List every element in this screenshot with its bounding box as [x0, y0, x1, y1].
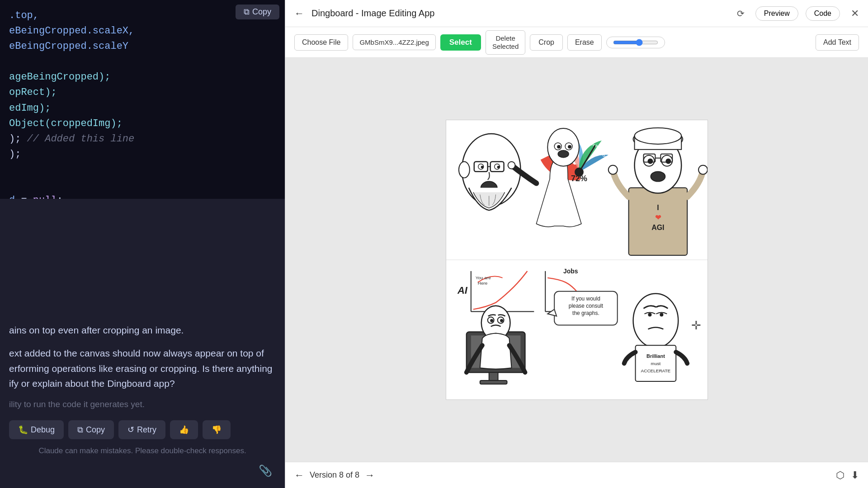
code-line: ageBeingCropped); — [9, 70, 276, 85]
svg-text:AI: AI — [457, 285, 467, 296]
code-line — [9, 162, 276, 178]
crop-button[interactable]: Crop — [530, 34, 563, 51]
bottom-right-actions: ⬡ ⬇ — [836, 469, 859, 481]
svg-point-69 — [648, 313, 651, 317]
svg-point-68 — [633, 294, 678, 348]
svg-text:must: must — [651, 361, 660, 366]
svg-text:AGI: AGI — [651, 224, 664, 231]
size-slider[interactable] — [613, 39, 658, 46]
svg-point-19 — [547, 128, 579, 166]
svg-text:✛: ✛ — [691, 319, 701, 332]
svg-text:ACCELERATE: ACCELERATE — [641, 368, 670, 373]
retry-icon: ↺ — [127, 425, 134, 435]
thumbs-down-button[interactable]: 👎 — [203, 420, 231, 439]
slider-container — [606, 37, 665, 48]
image-frame: IT'S OVER WE'RE BACK ANY DAY NOW SOON 72… — [446, 120, 708, 400]
add-text-button[interactable]: Add Text — [816, 34, 859, 51]
app-title: Dingboard - Image Editing App — [311, 8, 730, 19]
close-button[interactable]: ✕ — [851, 8, 859, 19]
refresh-button[interactable]: ⟳ — [737, 8, 745, 19]
svg-point-62 — [500, 319, 503, 322]
debug-icon: 🐛 — [18, 425, 28, 435]
svg-point-10 — [497, 166, 500, 169]
code-line — [9, 54, 276, 70]
copy-action-icon: ⧉ — [77, 425, 83, 435]
svg-text:Jobs: Jobs — [563, 267, 578, 275]
svg-point-33 — [634, 128, 681, 144]
select-button[interactable]: Select — [440, 34, 481, 51]
copy-icon: ⧉ — [244, 7, 250, 17]
svg-point-42 — [608, 165, 617, 174]
right-panel: ← Dingboard - Image Editing App ⟳ Previe… — [285, 0, 868, 488]
code-line: eBeingCropped.scaleY — [9, 39, 276, 54]
svg-text:Brilliant: Brilliant — [646, 353, 665, 359]
debug-button[interactable]: 🐛 Debug — [9, 420, 64, 439]
chat-actions: 🐛 Debug ⧉ Copy ↺ Retry 👍 👎 — [9, 420, 276, 439]
chat-area: Dingboard - Image Editing App ains on to… — [0, 199, 285, 488]
svg-point-37 — [665, 159, 671, 164]
disclaimer-text: Claude can make mistakes. Please double-… — [9, 446, 276, 455]
svg-point-60 — [490, 319, 493, 322]
svg-text:72%: 72% — [571, 174, 587, 183]
svg-text:the graphs.: the graphs. — [572, 310, 599, 316]
back-button[interactable]: ← — [294, 8, 304, 19]
input-row: 📎 — [9, 461, 276, 481]
svg-text:❤: ❤ — [655, 214, 661, 221]
version-nav: ← Version 8 of 8 → — [294, 469, 375, 481]
svg-rect-57 — [480, 380, 507, 384]
code-line: ); // Added this line — [9, 131, 276, 147]
code-line: edImg); — [9, 101, 276, 116]
left-panel: ⧉ Copy .top, eBeingCropped.scaleX, eBein… — [0, 0, 285, 488]
code-line: ); — [9, 147, 276, 162]
attach-button[interactable]: 📎 — [255, 461, 276, 481]
svg-text:If you would: If you would — [571, 296, 600, 302]
code-tab-button[interactable]: Code — [806, 6, 840, 21]
svg-point-8 — [481, 166, 483, 169]
svg-point-38 — [651, 172, 665, 182]
svg-point-43 — [698, 165, 708, 174]
svg-point-21 — [557, 145, 561, 149]
code-line: opRect); — [9, 85, 276, 100]
delete-selected-button[interactable]: DeleteSelected — [486, 30, 525, 55]
copy-top-button[interactable]: ⧉ Copy — [236, 5, 279, 19]
svg-point-24 — [558, 150, 569, 158]
version-text: Version 8 of 8 — [310, 470, 359, 480]
next-version-button[interactable]: → — [365, 469, 375, 481]
svg-text:please consult: please consult — [568, 303, 603, 309]
code-line: d = null; — [9, 193, 276, 199]
prev-version-button[interactable]: ← — [294, 469, 304, 481]
app-titlebar: ← Dingboard - Image Editing App ⟳ Previe… — [285, 0, 868, 27]
thumbs-up-button[interactable]: 👍 — [170, 420, 198, 439]
meme-image: IT'S OVER WE'RE BACK ANY DAY NOW SOON 72… — [446, 120, 708, 399]
svg-text:You are: You are — [475, 275, 491, 280]
code-line: eBeingCropped.scaleX, — [9, 23, 276, 39]
thumbs-up-icon: 👍 — [179, 425, 189, 435]
preview-tab-button[interactable]: Preview — [755, 6, 798, 21]
code-line: Object(croppedImg); — [9, 116, 276, 131]
download-button[interactable]: ⬇ — [851, 469, 859, 481]
code-line — [9, 178, 276, 193]
retry-button[interactable]: ↺ Retry — [118, 420, 165, 439]
svg-text:Here: Here — [477, 281, 487, 286]
chat-message-text: ext added to the canvas should now alway… — [9, 346, 276, 391]
choose-file-button[interactable]: Choose File — [294, 34, 348, 51]
svg-point-3 — [458, 162, 469, 178]
thumbs-down-icon: 👎 — [212, 425, 222, 435]
paperclip-icon: 📎 — [259, 465, 272, 477]
code-block: ⧉ Copy .top, eBeingCropped.scaleX, eBein… — [0, 0, 285, 199]
delete-selected-label: DeleteSelected — [492, 34, 519, 50]
chat-note: ility to run the code it generates yet. — [9, 399, 276, 409]
svg-point-23 — [568, 145, 571, 149]
bottom-bar: ← Version 8 of 8 → ⬡ ⬇ — [285, 462, 868, 488]
svg-point-70 — [660, 313, 663, 317]
canvas-area[interactable]: IT'S OVER WE'RE BACK ANY DAY NOW SOON 72… — [285, 58, 868, 462]
toolbar: Choose File GMbSmX9...4ZZ2.jpeg Select D… — [285, 27, 868, 58]
chat-message-remains: ains on top even after cropping an image… — [9, 323, 276, 338]
svg-text:I: I — [657, 204, 659, 211]
save-button[interactable]: ⬡ — [836, 469, 844, 481]
erase-button[interactable]: Erase — [567, 34, 602, 51]
filename-display: GMbSmX9...4ZZ2.jpeg — [353, 34, 435, 50]
svg-point-25 — [508, 162, 515, 169]
copy-action-button[interactable]: ⧉ Copy — [68, 420, 114, 439]
svg-point-35 — [647, 159, 653, 164]
